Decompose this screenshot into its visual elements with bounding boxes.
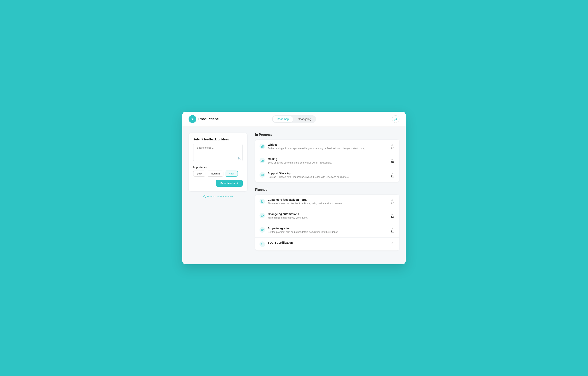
- tab-roadmap[interactable]: Roadmap: [273, 116, 293, 122]
- header: Productlane Roadmap Changelog: [182, 112, 406, 127]
- vote-portal: ▲ 67: [389, 198, 395, 204]
- stripe-icon: [259, 227, 265, 233]
- feedback-textarea[interactable]: [193, 144, 243, 161]
- planned-section: Planned Customers feedback on Portal: [255, 188, 399, 250]
- app-window: Productlane Roadmap Changelog Submit fee…: [182, 112, 406, 264]
- send-feedback-button[interactable]: Send feedback: [216, 180, 243, 187]
- svg-rect-6: [261, 146, 262, 147]
- vote-count: 77: [391, 146, 394, 149]
- tab-changelog[interactable]: Changelog: [293, 116, 315, 122]
- item-desc: Make creating changelogs even faster.: [268, 216, 386, 219]
- user-icon-button[interactable]: [392, 115, 399, 123]
- item-desc: Embed a widget in your app to enable you…: [268, 147, 386, 150]
- soc-icon: [259, 241, 265, 247]
- list-item: Customers feedback on Portal Show custom…: [255, 195, 399, 209]
- item-title: Mailing: [268, 157, 386, 161]
- right-panel: In Progress Widget: [255, 133, 399, 256]
- vote-count: 14: [391, 216, 394, 219]
- logo-area: Productlane: [189, 115, 272, 123]
- powered-by: Powered by Productlane: [189, 195, 247, 198]
- svg-point-3: [203, 195, 206, 198]
- in-progress-list: Widget Embed a widget in your app to ena…: [255, 140, 399, 182]
- list-item: Changelog automations Make creating chan…: [255, 209, 399, 223]
- list-item: Stripe integration Get the payment plan …: [255, 223, 399, 238]
- vote-count: 31: [391, 230, 394, 233]
- item-desc: Do Slack Support with Productlane. Synch…: [268, 176, 386, 179]
- slack-content: Support Slack App Do Slack Support with …: [268, 172, 386, 179]
- list-item: Support Slack App Do Slack Support with …: [255, 168, 399, 182]
- powered-by-text: Powered by Productlane: [207, 195, 233, 198]
- vote-count: 67: [391, 201, 394, 204]
- vote-changelog: ▲ 14: [389, 212, 395, 219]
- planned-title: Planned: [255, 188, 399, 191]
- item-title: Changelog automations: [268, 212, 386, 216]
- upvote-icon[interactable]: ▲: [391, 143, 394, 146]
- widget-icon: [259, 144, 265, 149]
- attachment-icon[interactable]: 📎: [237, 157, 241, 160]
- upvote-icon[interactable]: ▲: [391, 172, 394, 175]
- mailing-content: Mailing Send emails to customers and see…: [268, 157, 386, 165]
- item-desc: Show customers own feedback on Portal, u…: [268, 202, 386, 205]
- item-title: Widget: [268, 143, 386, 146]
- portal-content: Customers feedback on Portal Show custom…: [268, 198, 386, 205]
- upvote-icon[interactable]: ▲: [391, 227, 394, 230]
- left-panel: Submit feedback or ideas 📎 Importance Lo…: [189, 133, 247, 198]
- list-item: Mailing Send emails to customers and see…: [255, 154, 399, 168]
- app-name: Productlane: [198, 117, 219, 121]
- portal-icon: [259, 198, 265, 204]
- item-title: Customers feedback on Portal: [268, 198, 386, 201]
- importance-low[interactable]: Low: [193, 171, 205, 177]
- vote-count: 46: [391, 161, 394, 164]
- in-progress-section: In Progress Widget: [255, 133, 399, 182]
- item-desc: Send emails to customers and see replies…: [268, 161, 386, 165]
- soc-content: SOC II Certification: [268, 241, 386, 245]
- vote-mailing: ▲ 46: [389, 157, 395, 164]
- vote-count: 32: [391, 175, 394, 178]
- stripe-content: Stripe integration Get the payment plan …: [268, 227, 386, 234]
- upvote-icon[interactable]: ▲: [391, 198, 394, 201]
- slack-icon: [259, 172, 265, 178]
- svg-point-10: [262, 201, 262, 202]
- item-desc: Get the payment plan and other details f…: [268, 230, 386, 234]
- svg-rect-8: [261, 174, 263, 176]
- widget-content: Widget Embed a widget in your app to ena…: [268, 143, 386, 150]
- svg-rect-5: [262, 145, 263, 146]
- svg-point-0: [191, 117, 194, 121]
- upvote-icon[interactable]: ▲: [391, 241, 394, 244]
- nav-tabs: Roadmap Changelog: [272, 115, 316, 123]
- svg-rect-9: [261, 200, 263, 202]
- svg-point-2: [395, 118, 396, 119]
- list-item: Widget Embed a widget in your app to ena…: [255, 140, 399, 154]
- feedback-form-title: Submit feedback or ideas: [193, 138, 243, 141]
- header-right: [316, 115, 399, 123]
- upvote-icon[interactable]: ▲: [391, 157, 394, 160]
- vote-soc: ▲: [389, 241, 395, 244]
- svg-rect-4: [261, 145, 262, 146]
- upvote-icon[interactable]: ▲: [391, 212, 394, 215]
- item-title: SOC II Certification: [268, 241, 386, 244]
- importance-label: Importance: [193, 166, 243, 169]
- svg-marker-11: [261, 214, 264, 217]
- feedback-card: Submit feedback or ideas 📎 Importance Lo…: [189, 133, 247, 191]
- changelog-auto-content: Changelog automations Make creating chan…: [268, 212, 386, 219]
- importance-high[interactable]: High: [225, 171, 238, 177]
- vote-slack: ▲ 32: [389, 172, 395, 178]
- svg-point-1: [192, 120, 193, 120]
- main-content: Submit feedback or ideas 📎 Importance Lo…: [182, 127, 406, 263]
- planned-list: Customers feedback on Portal Show custom…: [255, 195, 399, 250]
- in-progress-title: In Progress: [255, 133, 399, 136]
- changelog-auto-icon: [259, 213, 265, 218]
- list-item: SOC II Certification ▲: [255, 238, 399, 251]
- importance-buttons: Low Medium High: [193, 171, 243, 177]
- vote-widget: ▲ 77: [389, 143, 395, 149]
- importance-medium[interactable]: Medium: [207, 171, 224, 177]
- svg-rect-7: [262, 146, 263, 147]
- vote-stripe: ▲ 31: [389, 227, 395, 233]
- logo-icon: [189, 115, 196, 123]
- item-title: Stripe integration: [268, 227, 386, 230]
- item-title: Support Slack App: [268, 172, 386, 175]
- mailing-icon: [259, 158, 265, 163]
- textarea-wrapper: 📎: [193, 144, 243, 162]
